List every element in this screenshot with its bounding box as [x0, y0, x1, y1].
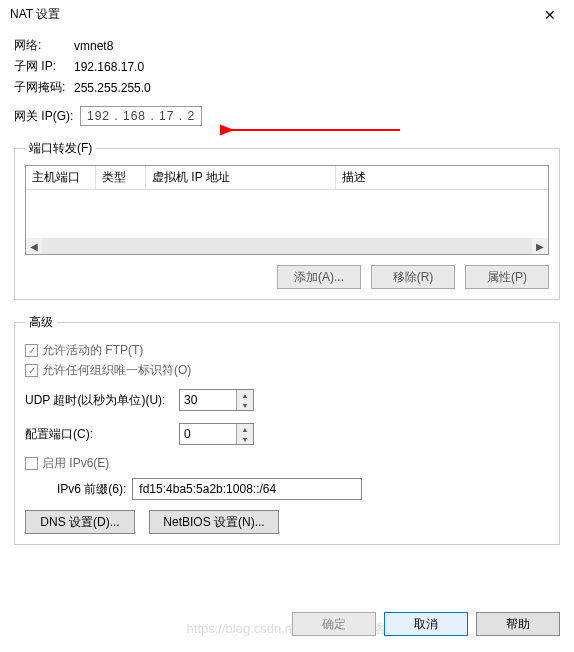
port-forward-legend: 端口转发(F)	[25, 140, 96, 157]
config-port-stepper[interactable]: ▲▼	[179, 423, 254, 445]
ftp-checkbox[interactable]: ✓	[25, 344, 38, 357]
ipv6-enable-label: 启用 IPv6(E)	[42, 455, 109, 472]
network-value: vmnet8	[74, 39, 113, 53]
org-checkbox[interactable]: ✓	[25, 364, 38, 377]
cancel-button[interactable]: 取消	[384, 612, 468, 636]
gateway-ip-label: 网关 IP(G):	[14, 108, 80, 125]
horizontal-scrollbar[interactable]: ◀ ▶	[26, 238, 548, 254]
scroll-track[interactable]	[42, 238, 532, 254]
col-type[interactable]: 类型	[96, 166, 146, 189]
spin-up-icon[interactable]: ▲	[237, 424, 253, 434]
ipv6-prefix-label: IPv6 前缀(6):	[57, 481, 126, 498]
subnet-mask-label: 子网掩码:	[14, 79, 74, 96]
config-port-label: 配置端口(C):	[25, 426, 175, 443]
subnet-mask-value: 255.255.255.0	[74, 81, 151, 95]
spin-down-icon[interactable]: ▼	[237, 400, 253, 410]
spin-down-icon[interactable]: ▼	[237, 434, 253, 444]
udp-timeout-label: UDP 超时(以秒为单位)(U):	[25, 392, 175, 409]
spin-up-icon[interactable]: ▲	[237, 390, 253, 400]
udp-timeout-stepper[interactable]: ▲▼	[179, 389, 254, 411]
properties-button[interactable]: 属性(P)	[465, 265, 549, 289]
subnet-ip-value: 192.168.17.0	[74, 60, 144, 74]
org-label: 允许任何组织唯一标识符(O)	[42, 362, 191, 379]
ftp-label: 允许活动的 FTP(T)	[42, 342, 143, 359]
ipv6-enable-checkbox[interactable]: ✓	[25, 457, 38, 470]
port-forward-group: 端口转发(F) 主机端口 类型 虚拟机 IP 地址 描述 ◀ ▶ 添加(A)..…	[14, 140, 560, 300]
dns-settings-button[interactable]: DNS 设置(D)...	[25, 510, 135, 534]
add-button[interactable]: 添加(A)...	[277, 265, 361, 289]
advanced-legend: 高级	[25, 314, 57, 331]
window-title: NAT 设置	[10, 6, 60, 23]
udp-timeout-input[interactable]	[180, 390, 236, 410]
config-port-input[interactable]	[180, 424, 236, 444]
col-vm-ip[interactable]: 虚拟机 IP 地址	[146, 166, 336, 189]
ok-button[interactable]: 确定	[292, 612, 376, 636]
table-body	[26, 190, 548, 238]
network-label: 网络:	[14, 37, 74, 54]
help-button[interactable]: 帮助	[476, 612, 560, 636]
col-host-port[interactable]: 主机端口	[26, 166, 96, 189]
port-forward-table[interactable]: 主机端口 类型 虚拟机 IP 地址 描述 ◀ ▶	[25, 165, 549, 255]
remove-button[interactable]: 移除(R)	[371, 265, 455, 289]
ipv6-prefix-input[interactable]: fd15:4ba5:5a2b:1008::/64	[132, 478, 362, 500]
advanced-group: 高级 ✓ 允许活动的 FTP(T) ✓ 允许任何组织唯一标识符(O) UDP 超…	[14, 314, 560, 545]
scroll-left-icon[interactable]: ◀	[26, 238, 42, 254]
col-description[interactable]: 描述	[336, 166, 548, 189]
close-icon[interactable]: ✕	[538, 7, 562, 23]
gateway-ip-input[interactable]: 192 . 168 . 17 . 2	[80, 106, 202, 126]
netbios-settings-button[interactable]: NetBIOS 设置(N)...	[149, 510, 279, 534]
scroll-right-icon[interactable]: ▶	[532, 238, 548, 254]
subnet-ip-label: 子网 IP:	[14, 58, 74, 75]
